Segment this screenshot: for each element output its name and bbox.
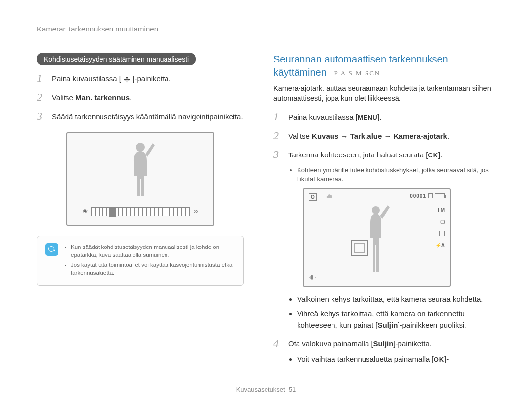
step-2r-d: Kamera-ajotark	[394, 132, 447, 140]
step-number: 4	[273, 338, 284, 349]
metering-icon	[439, 231, 445, 236]
step-1-right: 1 Paina kuvaustilassa [MENU].	[273, 111, 495, 123]
subnote-item: Voit vaihtaa tarkennusaluetta painamalla…	[297, 354, 495, 365]
cloud-icon	[326, 193, 333, 200]
subnote-item: Kohteen ympärille tulee kohdistuskehykse…	[297, 166, 495, 184]
step-2r-a: Valitse	[288, 132, 312, 140]
bul2-c: ]-painikkeen puoliksi.	[398, 321, 466, 329]
step-1-text-b: ]-painiketta.	[133, 74, 171, 83]
left-column: Kohdistusetäisyyden säätäminen manuaalis…	[37, 53, 244, 369]
note-item: Kun säädät kohdistusetäisyyden manuaalis…	[71, 243, 235, 259]
macro-scale-icon: ❀	[81, 208, 90, 216]
note-icon	[45, 243, 58, 256]
step-4r-a: Ota valokuva painamalla [	[288, 339, 373, 348]
section-title-tracking-af: Seurannan automaattisen tarkennuksen käy…	[273, 53, 495, 79]
arrow-icon: →	[382, 132, 393, 140]
af-frame-icon	[351, 240, 368, 256]
list-item: Vihreä kehys tarkoittaa, että kamera on …	[297, 308, 495, 331]
shutter-label: Suljin	[377, 321, 398, 329]
step-4-right: 4 Ota valokuva painamalla [Suljin]-paini…	[273, 338, 495, 350]
note-item: Jos käytät tätä toimintoa, et voi käyttä…	[71, 261, 235, 277]
two-column-layout: Kohdistusetäisyyden säätäminen manuaalis…	[37, 53, 495, 369]
infinity-scale-icon: ∞	[191, 208, 200, 216]
mode-dial-icon: O	[309, 193, 317, 201]
step-3-text: Säädä tarkennusetäisyys kääntämällä navi…	[52, 110, 243, 123]
step-2-bold: Man. tarkennus	[75, 93, 130, 102]
svg-point-1	[124, 78, 126, 80]
step-1-left: 1 Paina kuvaustilassa [ ]-painiketta.	[37, 72, 244, 85]
svg-rect-4	[127, 79, 127, 82]
footer-label: Kuvausasetukset	[236, 386, 285, 393]
step-3-right: 3 Tarkenna kohteeseen, jota haluat seura…	[273, 149, 495, 161]
stabilizer-icon	[309, 273, 316, 281]
step-3-subnotes: Kohteen ympärille tulee kohdistuskehykse…	[273, 166, 495, 184]
lcd-illustration-tracking-af: O 00001 I M ▢ ⚡A	[303, 188, 451, 287]
quality-icon: ▢	[440, 219, 445, 224]
step-number: 2	[273, 130, 284, 142]
size-icon: I M	[438, 207, 445, 213]
step-2r-c: Tark.alue	[350, 132, 382, 140]
sub4-a: Voit vaihtaa tarkennusaluetta painamalla…	[297, 355, 434, 363]
focus-scale-bar: ❀ ∞	[91, 207, 190, 216]
step-2-left: 2 Valitse Man. tarkennus.	[37, 92, 244, 104]
ok-button-icon: OK	[434, 355, 445, 365]
section-pill-manual-focus: Kohdistusetäisyyden säätäminen manuaalis…	[37, 53, 196, 65]
note-box: Kun säädät kohdistusetäisyyden manuaalis…	[37, 236, 244, 286]
step-3-left: 3 Säädä tarkennusetäisyys kääntämällä na…	[37, 110, 244, 123]
step-1r-b: ].	[377, 113, 381, 121]
page-number: 51	[289, 386, 296, 393]
step-number: 1	[273, 111, 284, 123]
step-number: 1	[37, 72, 48, 84]
lcd-illustration-manual-focus: ❀ ∞	[66, 132, 214, 226]
list-item: Valkoinen kehys tarkoittaa, että kamera …	[297, 294, 495, 305]
frame-counter: 00001	[410, 193, 426, 199]
page-footer: Kuvausasetukset 51	[0, 386, 532, 393]
svg-point-6	[372, 206, 380, 214]
silhouette-icon	[123, 139, 158, 200]
step-2-text-c: .	[130, 93, 132, 102]
arrow-icon: →	[338, 132, 350, 140]
note-list: Kun säädät kohdistusetäisyyden manuaalis…	[64, 243, 235, 278]
svg-point-2	[128, 78, 130, 80]
svg-point-5	[136, 143, 145, 152]
shutter-label: Suljin	[373, 339, 394, 348]
breadcrumb: Kameran tarkennuksen muuttaminen	[37, 25, 495, 33]
flash-icon: ⚡A	[435, 243, 445, 248]
section-intro: Kamera-ajotark. auttaa seuraamaan kohdet…	[273, 83, 495, 104]
ok-button-icon: OK	[428, 151, 439, 160]
step-number: 2	[37, 92, 48, 103]
step-1-text-a: Paina kuvaustilassa [	[52, 74, 121, 83]
step-4-subnotes: Voit vaihtaa tarkennusaluetta painamalla…	[273, 354, 495, 365]
macro-icon	[123, 76, 131, 83]
mode-indicator: P A S M SCN	[334, 69, 380, 78]
step-3r-b: ].	[438, 151, 442, 159]
step-number: 3	[273, 149, 284, 160]
menu-button-icon: MENU	[358, 113, 377, 123]
step-number: 3	[37, 110, 48, 122]
right-column: Seurannan automaattisen tarkennuksen käy…	[273, 53, 495, 369]
battery-icon	[435, 193, 445, 198]
storage-icon	[428, 193, 433, 198]
sub4-b: ]-	[444, 355, 449, 363]
svg-point-0	[126, 76, 128, 78]
step-1r-a: Paina kuvaustilassa [	[288, 113, 358, 121]
step-2r-b: Kuvaus	[312, 132, 338, 140]
step-4r-c: ]-painiketta.	[393, 339, 432, 348]
step-2r-e: .	[447, 132, 449, 140]
frame-meaning-list: Valkoinen kehys tarkoittaa, että kamera …	[273, 294, 495, 331]
step-3r-a: Tarkenna kohteeseen, jota haluat seurata…	[288, 151, 428, 159]
step-2-right: 2 Valitse Kuvaus → Tark.alue → Kamera-aj…	[273, 130, 495, 142]
step-2-text-a: Valitse	[52, 93, 75, 102]
page: Kameran tarkennuksen muuttaminen Kohdist…	[0, 0, 532, 369]
